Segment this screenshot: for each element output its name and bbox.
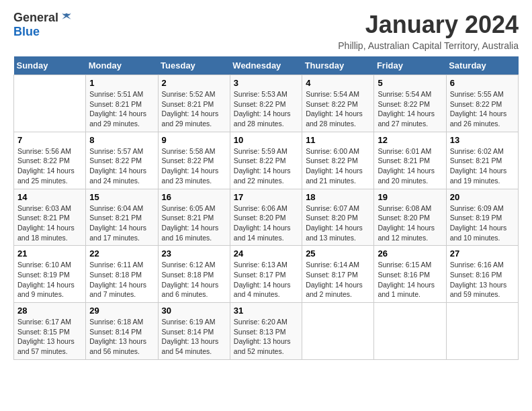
day-number: 20 xyxy=(450,192,515,202)
logo-general-text: General xyxy=(13,11,58,25)
calendar-cell: 10Sunrise: 5:59 AM Sunset: 8:22 PM Dayli… xyxy=(230,132,302,189)
calendar-cell: 23Sunrise: 6:12 AM Sunset: 8:18 PM Dayli… xyxy=(158,246,230,303)
day-number: 25 xyxy=(306,248,370,259)
day-info: Sunrise: 6:11 AM Sunset: 8:18 PM Dayligh… xyxy=(89,260,154,300)
calendar-cell: 7Sunrise: 5:56 AM Sunset: 8:22 PM Daylig… xyxy=(14,132,86,189)
header-thursday: Thursday xyxy=(302,56,374,75)
day-number: 14 xyxy=(17,192,82,202)
calendar-cell: 4Sunrise: 5:54 AM Sunset: 8:22 PM Daylig… xyxy=(302,75,374,132)
day-number: 13 xyxy=(450,135,515,145)
day-info: Sunrise: 5:59 AM Sunset: 8:22 PM Dayligh… xyxy=(234,146,298,186)
day-number: 10 xyxy=(234,135,298,145)
calendar-cell: 11Sunrise: 6:00 AM Sunset: 8:22 PM Dayli… xyxy=(302,132,374,189)
calendar-cell: 15Sunrise: 6:04 AM Sunset: 8:21 PM Dayli… xyxy=(86,189,158,246)
logo-bird-icon xyxy=(60,11,73,25)
day-info: Sunrise: 6:00 AM Sunset: 8:22 PM Dayligh… xyxy=(306,146,370,186)
day-info: Sunrise: 6:01 AM Sunset: 8:21 PM Dayligh… xyxy=(378,146,442,186)
calendar-cell xyxy=(14,75,86,132)
header-monday: Monday xyxy=(86,56,158,75)
day-info: Sunrise: 6:20 AM Sunset: 8:13 PM Dayligh… xyxy=(234,317,298,357)
day-info: Sunrise: 6:03 AM Sunset: 8:21 PM Dayligh… xyxy=(17,203,82,243)
calendar-cell: 8Sunrise: 5:57 AM Sunset: 8:22 PM Daylig… xyxy=(86,132,158,189)
header-tuesday: Tuesday xyxy=(158,56,230,75)
calendar-cell xyxy=(302,303,374,360)
day-info: Sunrise: 5:55 AM Sunset: 8:22 PM Dayligh… xyxy=(450,89,515,129)
calendar-cell: 27Sunrise: 6:16 AM Sunset: 8:16 PM Dayli… xyxy=(446,246,518,303)
day-number: 11 xyxy=(306,135,370,145)
calendar-cell: 12Sunrise: 6:01 AM Sunset: 8:21 PM Dayli… xyxy=(374,132,446,189)
day-number: 6 xyxy=(450,78,515,88)
main-title: January 2024 xyxy=(338,11,519,39)
day-number: 31 xyxy=(234,306,298,316)
day-number: 28 xyxy=(17,306,82,316)
day-info: Sunrise: 6:04 AM Sunset: 8:21 PM Dayligh… xyxy=(89,203,154,243)
calendar-cell: 2Sunrise: 5:52 AM Sunset: 8:21 PM Daylig… xyxy=(158,75,230,132)
calendar-cell: 31Sunrise: 6:20 AM Sunset: 8:13 PM Dayli… xyxy=(230,303,302,360)
day-number: 21 xyxy=(17,248,82,259)
day-number: 23 xyxy=(162,248,226,259)
calendar-cell: 29Sunrise: 6:18 AM Sunset: 8:14 PM Dayli… xyxy=(86,303,158,360)
day-number: 3 xyxy=(234,78,298,88)
day-number: 27 xyxy=(450,248,515,259)
calendar-cell: 20Sunrise: 6:09 AM Sunset: 8:19 PM Dayli… xyxy=(446,189,518,246)
calendar-week-row: 21Sunrise: 6:10 AM Sunset: 8:19 PM Dayli… xyxy=(14,246,519,303)
calendar-cell: 13Sunrise: 6:02 AM Sunset: 8:21 PM Dayli… xyxy=(446,132,518,189)
day-info: Sunrise: 5:54 AM Sunset: 8:22 PM Dayligh… xyxy=(306,89,370,129)
calendar-week-row: 1Sunrise: 5:51 AM Sunset: 8:21 PM Daylig… xyxy=(14,75,519,132)
day-number: 7 xyxy=(17,135,82,145)
calendar-cell: 24Sunrise: 6:13 AM Sunset: 8:17 PM Dayli… xyxy=(230,246,302,303)
day-info: Sunrise: 6:12 AM Sunset: 8:18 PM Dayligh… xyxy=(162,260,226,300)
day-info: Sunrise: 6:17 AM Sunset: 8:15 PM Dayligh… xyxy=(17,317,82,357)
day-info: Sunrise: 6:08 AM Sunset: 8:20 PM Dayligh… xyxy=(378,203,442,243)
day-number: 12 xyxy=(378,135,442,145)
day-info: Sunrise: 5:53 AM Sunset: 8:22 PM Dayligh… xyxy=(234,89,298,129)
day-info: Sunrise: 5:51 AM Sunset: 8:21 PM Dayligh… xyxy=(89,89,154,129)
header: General Blue January 2024 Phillip, Austr… xyxy=(13,11,519,51)
logo-blue-text: Blue xyxy=(13,25,40,39)
day-number: 18 xyxy=(306,192,370,202)
calendar-cell: 19Sunrise: 6:08 AM Sunset: 8:20 PM Dayli… xyxy=(374,189,446,246)
day-info: Sunrise: 6:02 AM Sunset: 8:21 PM Dayligh… xyxy=(450,146,515,186)
calendar-cell: 14Sunrise: 6:03 AM Sunset: 8:21 PM Dayli… xyxy=(14,189,86,246)
day-number: 16 xyxy=(162,192,226,202)
day-number: 30 xyxy=(162,306,226,316)
calendar-cell: 18Sunrise: 6:07 AM Sunset: 8:20 PM Dayli… xyxy=(302,189,374,246)
day-info: Sunrise: 6:10 AM Sunset: 8:19 PM Dayligh… xyxy=(17,260,82,300)
day-info: Sunrise: 6:09 AM Sunset: 8:19 PM Dayligh… xyxy=(450,203,515,243)
day-number: 8 xyxy=(89,135,154,145)
calendar-cell: 26Sunrise: 6:15 AM Sunset: 8:16 PM Dayli… xyxy=(374,246,446,303)
day-number: 15 xyxy=(89,192,154,202)
calendar-cell: 5Sunrise: 5:54 AM Sunset: 8:22 PM Daylig… xyxy=(374,75,446,132)
calendar-week-row: 14Sunrise: 6:03 AM Sunset: 8:21 PM Dayli… xyxy=(14,189,519,246)
calendar-cell: 17Sunrise: 6:06 AM Sunset: 8:20 PM Dayli… xyxy=(230,189,302,246)
day-info: Sunrise: 5:58 AM Sunset: 8:22 PM Dayligh… xyxy=(162,146,226,186)
day-info: Sunrise: 6:19 AM Sunset: 8:14 PM Dayligh… xyxy=(162,317,226,357)
day-info: Sunrise: 5:52 AM Sunset: 8:21 PM Dayligh… xyxy=(162,89,226,129)
day-number: 9 xyxy=(162,135,226,145)
calendar-week-row: 28Sunrise: 6:17 AM Sunset: 8:15 PM Dayli… xyxy=(14,303,519,360)
calendar-cell: 3Sunrise: 5:53 AM Sunset: 8:22 PM Daylig… xyxy=(230,75,302,132)
calendar-week-row: 7Sunrise: 5:56 AM Sunset: 8:22 PM Daylig… xyxy=(14,132,519,189)
day-info: Sunrise: 6:07 AM Sunset: 8:20 PM Dayligh… xyxy=(306,203,370,243)
day-number: 5 xyxy=(378,78,442,88)
day-info: Sunrise: 6:14 AM Sunset: 8:17 PM Dayligh… xyxy=(306,260,370,300)
day-info: Sunrise: 5:56 AM Sunset: 8:22 PM Dayligh… xyxy=(17,146,82,186)
calendar-cell: 22Sunrise: 6:11 AM Sunset: 8:18 PM Dayli… xyxy=(86,246,158,303)
day-number: 17 xyxy=(234,192,298,202)
calendar-cell: 6Sunrise: 5:55 AM Sunset: 8:22 PM Daylig… xyxy=(446,75,518,132)
day-info: Sunrise: 5:57 AM Sunset: 8:22 PM Dayligh… xyxy=(89,146,154,186)
calendar-table: SundayMondayTuesdayWednesdayThursdayFrid… xyxy=(13,56,519,360)
header-friday: Friday xyxy=(374,56,446,75)
day-number: 4 xyxy=(306,78,370,88)
day-info: Sunrise: 6:18 AM Sunset: 8:14 PM Dayligh… xyxy=(89,317,154,357)
day-number: 22 xyxy=(89,248,154,259)
calendar-cell xyxy=(374,303,446,360)
day-number: 19 xyxy=(378,192,442,202)
day-number: 26 xyxy=(378,248,442,259)
day-info: Sunrise: 6:15 AM Sunset: 8:16 PM Dayligh… xyxy=(378,260,442,300)
calendar-cell xyxy=(446,303,518,360)
day-info: Sunrise: 6:05 AM Sunset: 8:21 PM Dayligh… xyxy=(162,203,226,243)
calendar-cell: 25Sunrise: 6:14 AM Sunset: 8:17 PM Dayli… xyxy=(302,246,374,303)
header-saturday: Saturday xyxy=(446,56,518,75)
header-wednesday: Wednesday xyxy=(230,56,302,75)
